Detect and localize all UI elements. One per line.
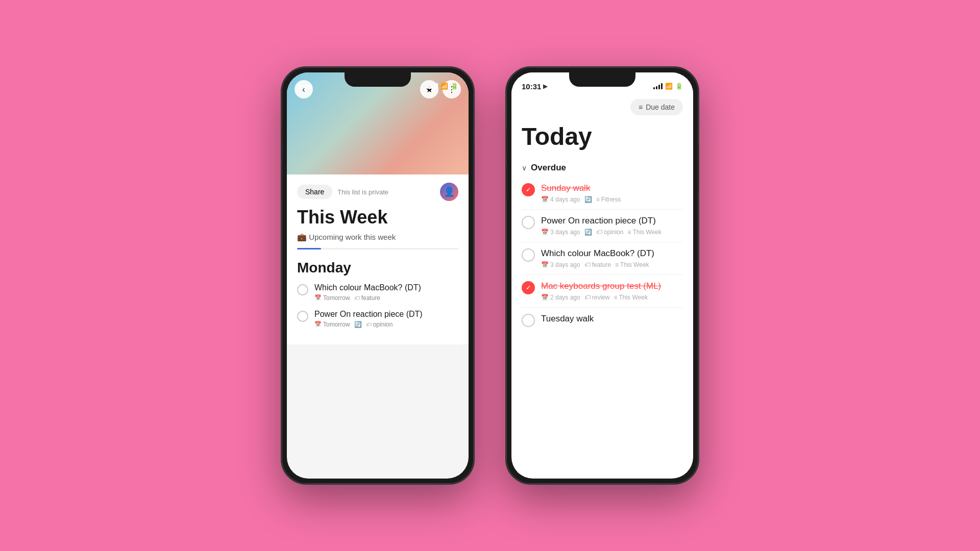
list-icon-t1: ≡: [596, 196, 600, 203]
cal-icon-t3: 📅: [541, 261, 549, 268]
today-tag-3: 🏷 feature: [584, 261, 611, 268]
task-date-2: 📅 Tomorrow: [314, 321, 350, 328]
today-task-info-3: Which colour MacBook? (DT) 📅 3 days ago …: [541, 248, 654, 268]
today-task-5[interactable]: Tuesday walk: [511, 310, 693, 331]
recurring-icon-t2: 🔄: [584, 229, 592, 236]
recurring-icon-t1: 🔄: [584, 196, 592, 203]
today-task-info-2: Power On reaction piece (DT) 📅 3 days ag…: [541, 216, 662, 236]
task-checkbox-complete-1[interactable]: ✓: [522, 183, 535, 196]
today-task-4[interactable]: ✓ Mac keyboards group test (ML) 📅 2 days…: [511, 277, 693, 305]
hero-image: 2:09 📶 🔋 ‹: [287, 72, 469, 174]
today-task-name-5: Tuesday walk: [541, 314, 594, 324]
task-name-1: Which colour MacBook? (DT): [314, 283, 421, 292]
progress-fill: [297, 248, 321, 249]
task-checkbox-empty-5[interactable]: [522, 314, 535, 327]
power-button-2: [697, 144, 699, 190]
task-checkbox-2[interactable]: [297, 311, 308, 322]
status-icons-2: 📶 🔋: [653, 83, 683, 90]
today-list-4: ≡ This Week: [614, 294, 647, 301]
today-date-4: 📅 2 days ago: [541, 294, 580, 301]
overdue-section-header: ∨ Overdue: [511, 159, 693, 179]
list-icon-t4: ≡: [614, 294, 617, 301]
list-icon-t3: ≡: [615, 261, 619, 268]
task-checkbox-complete-4[interactable]: ✓: [522, 281, 535, 294]
today-task-name-4: Mac keyboards group test (ML): [541, 281, 661, 291]
tag-icon-t2: 🏷: [596, 229, 602, 236]
due-date-label: Due date: [646, 103, 675, 111]
today-date-2: 📅 3 days ago: [541, 229, 580, 236]
notch-1: [345, 72, 411, 87]
battery-icon: 🔋: [451, 83, 458, 90]
cal-icon-t2: 📅: [541, 229, 549, 236]
today-task-2[interactable]: Power On reaction piece (DT) 📅 3 days ag…: [511, 212, 693, 240]
task-info-1: Which colour MacBook? (DT) 📅 Tomorrow 🏷 …: [314, 283, 421, 302]
divider-4: [522, 307, 683, 308]
wifi-icon-2: 📶: [665, 83, 673, 90]
power-button: [473, 144, 475, 190]
today-task-1[interactable]: ✓ Sunday walk 📅 4 days ago 🔄 ≡ Fi: [511, 179, 693, 207]
notch-2: [569, 72, 635, 87]
task-date-1: 📅 Tomorrow: [314, 294, 350, 302]
today-task-meta-4: 📅 2 days ago 🏷 review ≡ This Week: [541, 294, 661, 301]
cal-icon-t4: 📅: [541, 294, 549, 301]
today-task-name-3: Which colour MacBook? (DT): [541, 248, 654, 259]
status-time-group: 10:31 ▶: [522, 82, 548, 91]
task-recurring-2: 🔄: [354, 321, 362, 328]
avatar: 👤: [440, 183, 458, 201]
divider-3: [522, 274, 683, 275]
today-tag-2: 🏷 opinion: [596, 229, 624, 236]
signal-icon-2: [653, 83, 663, 89]
task-checkbox-1[interactable]: [297, 284, 308, 295]
calendar-icon-2: 📅: [314, 321, 322, 328]
today-list-2: ≡ This Week: [627, 229, 661, 236]
phone-2-screen: 10:31 ▶ 📶 🔋 ≡ Du: [511, 72, 693, 479]
signal-icon: [429, 83, 438, 89]
tag-icon-2: 🏷: [366, 321, 372, 328]
today-task-info-1: Sunday walk 📅 4 days ago 🔄 ≡ Fitness: [541, 183, 621, 203]
today-task-meta-2: 📅 3 days ago 🔄 🏷 opinion ≡ This Wee: [541, 229, 662, 236]
task-checkbox-empty-2[interactable]: [522, 216, 535, 229]
list-icon-t2: ≡: [627, 229, 631, 236]
progress-bar: [297, 248, 458, 249]
filter-icon: ≡: [639, 103, 643, 111]
section-monday: Monday: [297, 260, 458, 276]
volume-down-button: [281, 164, 283, 200]
share-button[interactable]: Share: [297, 185, 332, 199]
overdue-title: Overdue: [531, 163, 566, 173]
cal-icon-t1: 📅: [541, 196, 549, 203]
tag-icon-t3: 🏷: [584, 261, 591, 268]
phone-1: 2:09 📶 🔋 ‹: [281, 66, 475, 485]
wifi-icon: 📶: [440, 83, 448, 90]
today-list-3: ≡ This Week: [615, 261, 649, 268]
task-info-2: Power On reaction piece (DT) 📅 Tomorrow …: [314, 310, 423, 328]
task-name-2: Power On reaction piece (DT): [314, 310, 423, 319]
phone-2: 10:31 ▶ 📶 🔋 ≡ Du: [505, 66, 699, 485]
today-task-info-5: Tuesday walk: [541, 314, 594, 327]
chevron-down-icon: ∨: [522, 164, 527, 172]
task-meta-2: 📅 Tomorrow 🔄 🏷 opinion: [314, 321, 423, 328]
phone2-header: ≡ Due date: [511, 95, 693, 121]
recurring-icon-2: 🔄: [354, 321, 362, 328]
task-item-1[interactable]: Which colour MacBook? (DT) 📅 Tomorrow 🏷 …: [297, 283, 458, 302]
task-item-2[interactable]: Power On reaction piece (DT) 📅 Tomorrow …: [297, 310, 458, 328]
today-date-3: 📅 3 days ago: [541, 261, 580, 268]
list-title: This Week: [297, 207, 458, 228]
today-tag-1: ≡ Fitness: [596, 196, 621, 203]
due-date-filter-button[interactable]: ≡ Due date: [630, 99, 683, 115]
volume-up-button-2: [505, 129, 507, 159]
status-icons-1: 📶 🔋: [429, 83, 458, 90]
status-time-2: 10:31: [522, 82, 541, 91]
page-title-today: Today: [511, 121, 693, 159]
task-checkbox-empty-3[interactable]: [522, 248, 535, 262]
list-description: 💼 Upcoming work this week: [297, 233, 458, 242]
share-row: Share This list is private 👤: [297, 183, 458, 201]
today-task-name-2: Power On reaction piece (DT): [541, 216, 662, 226]
today-task-3[interactable]: Which colour MacBook? (DT) 📅 3 days ago …: [511, 244, 693, 272]
today-task-name-1: Sunday walk: [541, 183, 621, 193]
today-date-1: 📅 4 days ago: [541, 196, 580, 203]
status-time-1: 2:09: [297, 82, 312, 91]
today-task-meta-3: 📅 3 days ago 🏷 feature ≡ This Week: [541, 261, 654, 268]
today-recurring-1: 🔄: [584, 196, 592, 203]
phone1-content: Share This list is private 👤 This Week 💼…: [287, 174, 469, 344]
private-label: This list is private: [337, 188, 388, 196]
